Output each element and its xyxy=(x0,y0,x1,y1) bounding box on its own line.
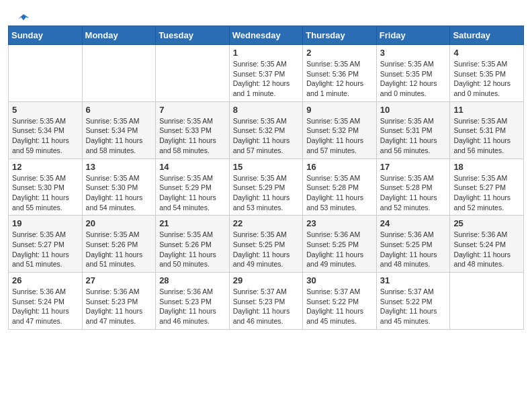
table-row: 15Sunrise: 5:35 AMSunset: 5:29 PMDayligh… xyxy=(229,158,303,216)
table-row: 7Sunrise: 5:35 AMSunset: 5:33 PMDaylight… xyxy=(156,101,230,158)
day-number: 23 xyxy=(306,218,373,228)
day-info: Sunrise: 5:36 AMSunset: 5:25 PMDaylight:… xyxy=(380,230,447,269)
table-row: 30Sunrise: 5:37 AMSunset: 5:22 PMDayligh… xyxy=(303,273,377,330)
table-row: 19Sunrise: 5:35 AMSunset: 5:27 PMDayligh… xyxy=(9,216,83,273)
day-info: Sunrise: 5:35 AMSunset: 5:31 PMDaylight:… xyxy=(453,116,520,156)
day-number: 24 xyxy=(380,218,447,228)
table-row: 25Sunrise: 5:36 AMSunset: 5:24 PMDayligh… xyxy=(450,216,524,273)
table-row xyxy=(450,273,524,330)
table-row: 11Sunrise: 5:35 AMSunset: 5:31 PMDayligh… xyxy=(450,101,524,158)
day-number: 22 xyxy=(233,218,300,228)
table-row: 10Sunrise: 5:35 AMSunset: 5:31 PMDayligh… xyxy=(376,101,450,158)
day-number: 11 xyxy=(453,105,520,115)
calendar-week-row: 26Sunrise: 5:36 AMSunset: 5:24 PMDayligh… xyxy=(9,273,524,330)
calendar-table: SundayMondayTuesdayWednesdayThursdayFrid… xyxy=(8,26,524,330)
day-number: 29 xyxy=(233,275,300,285)
logo xyxy=(16,12,30,21)
day-info: Sunrise: 5:37 AMSunset: 5:22 PMDaylight:… xyxy=(306,287,373,326)
day-info: Sunrise: 5:36 AMSunset: 5:23 PMDaylight:… xyxy=(86,287,152,326)
day-number: 16 xyxy=(306,162,373,172)
day-number: 28 xyxy=(159,275,226,285)
table-row: 8Sunrise: 5:35 AMSunset: 5:32 PMDaylight… xyxy=(229,101,303,158)
day-info: Sunrise: 5:35 AMSunset: 5:36 PMDaylight:… xyxy=(306,59,373,99)
table-row: 14Sunrise: 5:35 AMSunset: 5:29 PMDayligh… xyxy=(156,158,230,216)
day-number: 30 xyxy=(306,275,373,285)
table-row: 12Sunrise: 5:35 AMSunset: 5:30 PMDayligh… xyxy=(9,158,83,216)
day-number: 13 xyxy=(86,162,152,172)
day-number: 12 xyxy=(12,162,79,172)
day-of-week-header: Monday xyxy=(82,26,156,45)
day-info: Sunrise: 5:36 AMSunset: 5:23 PMDaylight:… xyxy=(159,287,226,326)
day-of-week-header: Sunday xyxy=(9,26,83,45)
day-of-week-header: Tuesday xyxy=(156,26,230,45)
day-number: 9 xyxy=(306,105,373,115)
table-row: 29Sunrise: 5:37 AMSunset: 5:23 PMDayligh… xyxy=(229,273,303,330)
day-number: 2 xyxy=(306,48,373,58)
day-info: Sunrise: 5:35 AMSunset: 5:27 PMDaylight:… xyxy=(453,173,520,213)
day-number: 6 xyxy=(86,105,152,115)
table-row: 20Sunrise: 5:35 AMSunset: 5:26 PMDayligh… xyxy=(82,216,156,273)
day-info: Sunrise: 5:35 AMSunset: 5:25 PMDaylight:… xyxy=(233,230,300,269)
day-info: Sunrise: 5:37 AMSunset: 5:23 PMDaylight:… xyxy=(233,287,300,326)
day-number: 17 xyxy=(380,162,447,172)
calendar-week-row: 5Sunrise: 5:35 AMSunset: 5:34 PMDaylight… xyxy=(9,101,524,158)
table-row: 24Sunrise: 5:36 AMSunset: 5:25 PMDayligh… xyxy=(376,216,450,273)
day-number: 21 xyxy=(159,218,226,228)
logo-bird-icon xyxy=(17,12,30,24)
day-info: Sunrise: 5:35 AMSunset: 5:37 PMDaylight:… xyxy=(233,59,300,99)
table-row: 5Sunrise: 5:35 AMSunset: 5:34 PMDaylight… xyxy=(9,101,83,158)
day-info: Sunrise: 5:35 AMSunset: 5:34 PMDaylight:… xyxy=(86,116,152,156)
day-info: Sunrise: 5:35 AMSunset: 5:32 PMDaylight:… xyxy=(306,116,373,156)
days-of-week-row: SundayMondayTuesdayWednesdayThursdayFrid… xyxy=(9,26,524,45)
day-number: 1 xyxy=(233,48,300,58)
table-row: 3Sunrise: 5:35 AMSunset: 5:35 PMDaylight… xyxy=(376,45,450,102)
day-of-week-header: Saturday xyxy=(450,26,524,45)
day-info: Sunrise: 5:36 AMSunset: 5:24 PMDaylight:… xyxy=(453,230,520,269)
table-row: 2Sunrise: 5:35 AMSunset: 5:36 PMDaylight… xyxy=(303,45,377,102)
day-info: Sunrise: 5:35 AMSunset: 5:31 PMDaylight:… xyxy=(380,116,447,156)
day-number: 26 xyxy=(12,275,79,285)
calendar-week-row: 12Sunrise: 5:35 AMSunset: 5:30 PMDayligh… xyxy=(9,158,524,216)
calendar-week-row: 19Sunrise: 5:35 AMSunset: 5:27 PMDayligh… xyxy=(9,216,524,273)
day-of-week-header: Wednesday xyxy=(229,26,303,45)
table-row: 27Sunrise: 5:36 AMSunset: 5:23 PMDayligh… xyxy=(82,273,156,330)
table-row: 17Sunrise: 5:35 AMSunset: 5:28 PMDayligh… xyxy=(376,158,450,216)
table-row: 31Sunrise: 5:37 AMSunset: 5:22 PMDayligh… xyxy=(376,273,450,330)
table-row: 28Sunrise: 5:36 AMSunset: 5:23 PMDayligh… xyxy=(156,273,230,330)
day-info: Sunrise: 5:35 AMSunset: 5:30 PMDaylight:… xyxy=(86,173,152,213)
table-row: 1Sunrise: 5:35 AMSunset: 5:37 PMDaylight… xyxy=(229,45,303,102)
day-number: 7 xyxy=(159,105,226,115)
day-number: 5 xyxy=(12,105,79,115)
day-number: 15 xyxy=(233,162,300,172)
table-row xyxy=(156,45,230,102)
day-info: Sunrise: 5:35 AMSunset: 5:33 PMDaylight:… xyxy=(159,116,226,156)
table-row: 26Sunrise: 5:36 AMSunset: 5:24 PMDayligh… xyxy=(9,273,83,330)
calendar-body: 1Sunrise: 5:35 AMSunset: 5:37 PMDaylight… xyxy=(9,45,524,330)
day-info: Sunrise: 5:35 AMSunset: 5:28 PMDaylight:… xyxy=(380,173,447,213)
table-row: 9Sunrise: 5:35 AMSunset: 5:32 PMDaylight… xyxy=(303,101,377,158)
day-info: Sunrise: 5:35 AMSunset: 5:30 PMDaylight:… xyxy=(12,173,79,213)
day-info: Sunrise: 5:35 AMSunset: 5:27 PMDaylight:… xyxy=(12,230,79,269)
day-number: 14 xyxy=(159,162,226,172)
day-number: 31 xyxy=(380,275,447,285)
table-row xyxy=(9,45,83,102)
table-row: 4Sunrise: 5:35 AMSunset: 5:35 PMDaylight… xyxy=(450,45,524,102)
table-row: 23Sunrise: 5:36 AMSunset: 5:25 PMDayligh… xyxy=(303,216,377,273)
day-info: Sunrise: 5:35 AMSunset: 5:29 PMDaylight:… xyxy=(159,173,226,213)
day-info: Sunrise: 5:35 AMSunset: 5:28 PMDaylight:… xyxy=(306,173,373,213)
table-row: 22Sunrise: 5:35 AMSunset: 5:25 PMDayligh… xyxy=(229,216,303,273)
day-number: 4 xyxy=(453,48,520,58)
day-number: 19 xyxy=(12,218,79,228)
day-number: 10 xyxy=(380,105,447,115)
table-row: 18Sunrise: 5:35 AMSunset: 5:27 PMDayligh… xyxy=(450,158,524,216)
table-row: 16Sunrise: 5:35 AMSunset: 5:28 PMDayligh… xyxy=(303,158,377,216)
day-info: Sunrise: 5:35 AMSunset: 5:32 PMDaylight:… xyxy=(233,116,300,156)
day-of-week-header: Friday xyxy=(376,26,450,45)
day-info: Sunrise: 5:35 AMSunset: 5:29 PMDaylight:… xyxy=(233,173,300,213)
day-info: Sunrise: 5:35 AMSunset: 5:26 PMDaylight:… xyxy=(86,230,152,269)
day-number: 27 xyxy=(86,275,152,285)
day-info: Sunrise: 5:35 AMSunset: 5:34 PMDaylight:… xyxy=(12,116,79,156)
table-row: 6Sunrise: 5:35 AMSunset: 5:34 PMDaylight… xyxy=(82,101,156,158)
day-number: 3 xyxy=(380,48,447,58)
day-number: 8 xyxy=(233,105,300,115)
